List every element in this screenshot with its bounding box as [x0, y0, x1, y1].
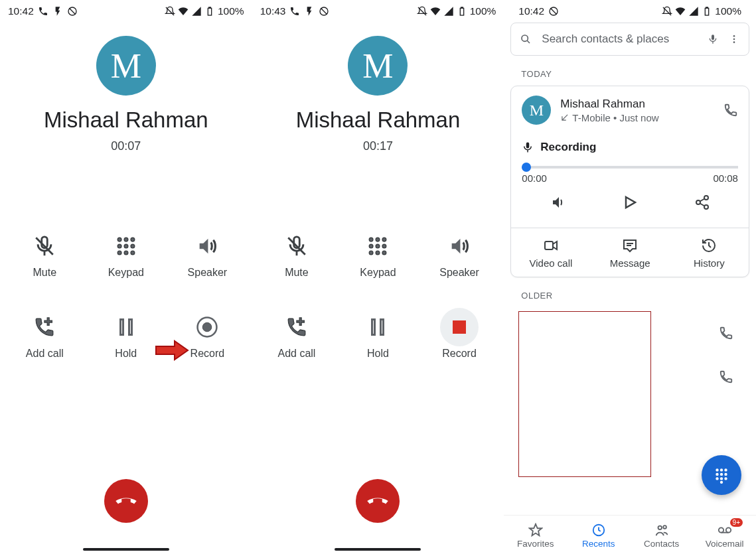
video-call-button[interactable]: Video call: [511, 238, 590, 269]
do-not-disturb-icon: [319, 6, 329, 17]
hold-button[interactable]: Hold: [337, 316, 419, 360]
mute-icon: [285, 235, 308, 257]
svg-point-53: [720, 468, 723, 471]
call-entry-card: M Mishaal Rahman T-Mobile • Just now Rec…: [510, 86, 749, 277]
svg-point-28: [370, 244, 374, 248]
wifi-icon: [430, 6, 441, 17]
playback-slider[interactable]: [522, 166, 738, 169]
keypad-button[interactable]: Keypad: [86, 235, 167, 279]
nav-recents-label: Recents: [582, 539, 615, 549]
svg-point-55: [716, 473, 718, 476]
more-icon[interactable]: [729, 34, 739, 44]
speaker-label: Speaker: [188, 267, 228, 279]
add-call-label: Add call: [277, 348, 315, 360]
star-icon: [528, 523, 543, 537]
svg-point-14: [124, 251, 128, 255]
bottom-nav: Favorites Recents Contacts 9+ Voicemail: [504, 515, 756, 556]
bell-off-icon: [165, 6, 175, 17]
clock-icon: [591, 523, 606, 537]
svg-point-65: [718, 527, 723, 532]
record-stop-icon: [440, 308, 479, 346]
end-call-button[interactable]: [104, 479, 148, 523]
add-call-button[interactable]: Add call: [256, 316, 338, 360]
status-time: 10:42: [8, 5, 34, 17]
message-label: Message: [610, 257, 650, 269]
svg-rect-38: [706, 7, 708, 8]
battery-text: 100%: [218, 5, 244, 17]
svg-rect-21: [460, 8, 463, 15]
svg-point-42: [733, 38, 735, 40]
mute-button[interactable]: Mute: [256, 235, 338, 279]
call-back-button[interactable]: [719, 326, 733, 340]
caller-name: Mishaal Rahman: [252, 107, 504, 133]
svg-point-60: [724, 477, 727, 480]
svg-point-33: [383, 251, 387, 255]
svg-point-45: [696, 200, 700, 204]
add-call-button[interactable]: Add call: [4, 316, 86, 360]
do-not-disturb-icon: [548, 6, 559, 17]
svg-point-26: [376, 238, 380, 242]
svg-point-30: [383, 244, 387, 248]
recording-title: Recording: [540, 141, 596, 154]
nav-favorites-label: Favorites: [517, 539, 554, 549]
call-back-button[interactable]: [723, 103, 738, 117]
speaker-button[interactable]: Speaker: [167, 235, 248, 279]
svg-point-41: [733, 35, 735, 37]
speaker-icon: [196, 235, 218, 257]
end-call-button[interactable]: [356, 479, 400, 523]
mic-icon[interactable]: [708, 34, 718, 44]
dialpad-fab[interactable]: [702, 455, 741, 495]
hold-label: Hold: [115, 348, 137, 360]
nav-voicemail[interactable]: 9+ Voicemail: [693, 516, 756, 556]
slider-thumb[interactable]: [522, 163, 531, 172]
call-timer: 00:07: [0, 139, 252, 153]
nav-contacts[interactable]: Contacts: [630, 516, 693, 556]
status-time: 10:42: [518, 5, 544, 17]
hold-icon: [366, 316, 389, 338]
mute-icon: [33, 235, 56, 257]
svg-point-13: [117, 251, 121, 255]
phone-icon: [38, 6, 48, 17]
record-button-active[interactable]: Record: [419, 316, 500, 360]
svg-point-43: [733, 41, 735, 43]
svg-point-29: [376, 244, 380, 248]
screen-call-idle-record: 10:42 100% M Mishaal Rahman 00:07 Mute K…: [0, 0, 252, 556]
svg-point-54: [724, 468, 727, 471]
status-bar: 10:42 100%: [510, 0, 749, 20]
search-placeholder: Search contacts & places: [542, 33, 697, 46]
svg-rect-22: [461, 7, 463, 8]
flash-icon: [304, 6, 315, 17]
call-back-button[interactable]: [719, 370, 733, 384]
voicemail-badge: 9+: [730, 518, 743, 527]
message-icon: [622, 238, 638, 253]
keypad-label: Keypad: [360, 267, 396, 279]
keypad-button[interactable]: Keypad: [337, 235, 419, 279]
message-button[interactable]: Message: [591, 238, 670, 269]
speaker-button[interactable]: Speaker: [419, 235, 500, 279]
svg-point-9: [131, 238, 135, 242]
play-button[interactable]: [622, 194, 638, 213]
status-bar: 10:42 100%: [0, 0, 252, 20]
signal-icon: [191, 6, 202, 17]
playback-total: 00:08: [713, 173, 738, 184]
share-button[interactable]: [694, 194, 710, 213]
volume-button[interactable]: [550, 194, 566, 213]
history-icon: [701, 238, 717, 253]
battery-icon: [702, 6, 712, 17]
search-bar[interactable]: Search contacts & places: [510, 23, 749, 56]
caller-avatar: M: [348, 36, 408, 96]
entry-meta: T-Mobile • Just now: [560, 112, 714, 123]
nav-recents[interactable]: Recents: [567, 516, 630, 556]
mute-label: Mute: [285, 267, 309, 279]
call-entry-header[interactable]: M Mishaal Rahman T-Mobile • Just now: [511, 86, 749, 131]
hold-label: Hold: [367, 348, 389, 360]
svg-point-56: [720, 473, 723, 476]
video-call-label: Video call: [530, 257, 573, 269]
history-button[interactable]: History: [670, 238, 749, 269]
svg-point-12: [131, 244, 135, 248]
entry-avatar: M: [522, 96, 551, 125]
svg-point-15: [131, 251, 135, 255]
speaker-icon: [448, 235, 471, 257]
nav-favorites[interactable]: Favorites: [504, 516, 567, 556]
mute-button[interactable]: Mute: [4, 235, 86, 279]
